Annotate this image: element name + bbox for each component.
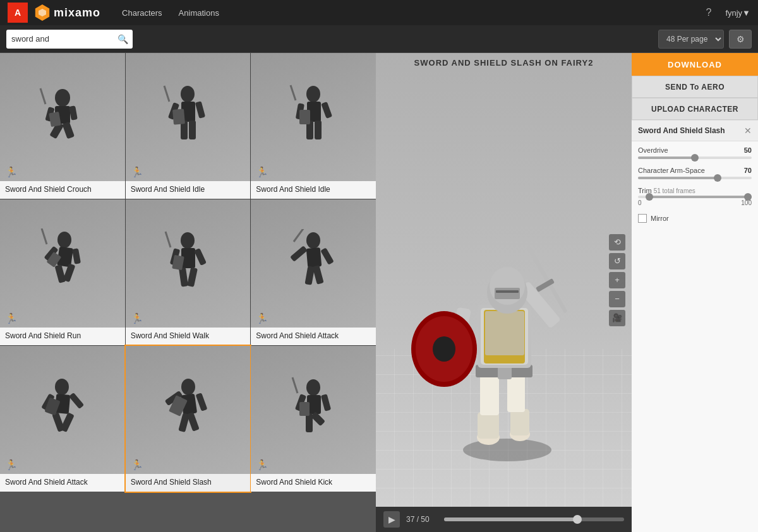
svg-point-25 xyxy=(57,232,71,248)
svg-rect-46 xyxy=(313,264,324,284)
animation-card-4[interactable]: 🏃 Sword And Shield Run xyxy=(0,199,125,345)
animation-thumb-1: 🏃 xyxy=(0,53,125,181)
svg-rect-43 xyxy=(290,245,308,262)
animation-card-8[interactable]: 🏃 Sword And Shield Slash xyxy=(126,346,251,492)
animation-thumb-3: 🏃 xyxy=(251,53,376,181)
animation-card-2[interactable]: 🏃 Sword And Shield Idle xyxy=(126,53,251,199)
viewport-title: SWORD AND SHIELD SLASH ON FAIRY2 xyxy=(414,58,594,68)
animation-card-1[interactable]: 🏃 Sword And Shield Crouch xyxy=(0,53,125,199)
animation-card-9[interactable]: 🏃 Sword And Shield Kick xyxy=(251,346,376,492)
help-icon[interactable]: ? xyxy=(706,7,711,18)
knight-figure-2 xyxy=(159,83,216,152)
knight-figure-1 xyxy=(34,82,91,151)
overdrive-label: Overdrive xyxy=(638,146,668,154)
animation-card-3[interactable]: 🏃 Sword And Shield Idle xyxy=(251,53,376,199)
svg-rect-75 xyxy=(480,374,499,415)
svg-point-62 xyxy=(306,379,320,396)
svg-line-68 xyxy=(292,377,298,393)
trim-slider-track[interactable] xyxy=(638,196,752,198)
timeline-thumb[interactable] xyxy=(573,515,582,524)
download-button[interactable]: DOWNLOAD xyxy=(632,53,758,76)
trim-param: Trim 51 total frames 0 100 xyxy=(632,182,758,209)
arm-space-slider-track[interactable] xyxy=(638,177,752,179)
svg-rect-37 xyxy=(179,267,188,287)
svg-rect-38 xyxy=(187,267,198,287)
search-input[interactable] xyxy=(11,34,117,44)
svg-rect-51 xyxy=(69,393,84,409)
timeline-fill xyxy=(444,517,577,521)
run-icon-5: 🏃 xyxy=(131,312,143,324)
svg-rect-93 xyxy=(496,290,519,293)
trim-left-thumb[interactable] xyxy=(646,193,653,201)
animation-card-6[interactable]: 🏃 Sword And Shield Attack xyxy=(251,199,376,345)
animation-panel-header: Sword And Shield Slash ✕ xyxy=(632,121,758,141)
animation-card-7[interactable]: 🏃 Sword And Shield Attack xyxy=(0,346,125,492)
svg-line-47 xyxy=(294,229,304,242)
3d-viewport[interactable]: SWORD AND SHIELD SLASH ON FAIRY2 xyxy=(376,53,632,507)
user-menu[interactable]: fynjy▼ xyxy=(725,8,750,18)
animation-panel-title: Sword And Shield Slash xyxy=(638,126,725,135)
animation-thumb-7: 🏃 xyxy=(0,346,125,474)
trim-frames: 51 total frames xyxy=(654,187,695,194)
animation-label-1: Sword And Shield Crouch xyxy=(0,181,125,199)
trim-right-thumb[interactable] xyxy=(744,193,752,201)
trim-fill xyxy=(649,196,752,198)
knight-figure-8 xyxy=(159,375,216,445)
arm-space-label: Character Arm-Space xyxy=(638,167,705,174)
nav-characters[interactable]: Characters xyxy=(117,8,167,18)
overdrive-value: 50 xyxy=(744,146,752,154)
svg-rect-65 xyxy=(321,394,331,411)
overdrive-thumb[interactable] xyxy=(691,154,699,162)
knight-figure-3 xyxy=(285,83,342,152)
play-button[interactable]: ▶ xyxy=(383,511,400,528)
run-icon-7: 🏃 xyxy=(5,459,18,471)
reset-icon[interactable]: ↺ xyxy=(609,253,625,269)
svg-rect-29 xyxy=(54,264,66,283)
svg-line-15 xyxy=(164,86,169,102)
viewport-panel: SWORD AND SHIELD SLASH ON FAIRY2 xyxy=(376,53,632,532)
arm-space-value: 70 xyxy=(744,167,752,174)
send-to-aero-button[interactable]: SEND To AERO xyxy=(632,76,758,98)
overdrive-slider-track[interactable] xyxy=(638,157,752,159)
camera-icon[interactable]: ⟲ xyxy=(609,234,625,251)
animation-card-5[interactable]: 🏃 Sword And Shield Walk xyxy=(126,199,251,345)
arm-space-label-row: Character Arm-Space 70 xyxy=(638,167,752,174)
arm-space-param: Character Arm-Space 70 xyxy=(632,162,758,182)
knight-figure-4 xyxy=(34,228,91,298)
svg-rect-92 xyxy=(495,288,520,299)
settings-button[interactable]: ⚙ xyxy=(729,30,752,49)
close-icon[interactable]: ✕ xyxy=(744,126,752,136)
video-icon[interactable]: 🎥 xyxy=(609,310,625,326)
mirror-label: Mirror xyxy=(651,215,669,222)
knight-figure-6 xyxy=(285,229,342,299)
svg-rect-24 xyxy=(299,110,310,124)
timeline-track[interactable] xyxy=(444,517,624,521)
zoom-out-icon[interactable]: − xyxy=(609,291,625,307)
per-page-select[interactable]: 48 Per page xyxy=(658,30,724,49)
svg-rect-82 xyxy=(485,311,524,355)
animation-thumb-2: 🏃 xyxy=(126,53,251,181)
nav-animations[interactable]: Animations xyxy=(174,8,224,18)
zoom-fit-icon[interactable]: + xyxy=(609,272,625,288)
frame-counter: 37 / 50 xyxy=(406,515,438,524)
mixamo-logo: mixamo xyxy=(34,4,100,21)
svg-point-9 xyxy=(181,86,195,102)
run-icon-1: 🏃 xyxy=(5,166,18,178)
svg-line-7 xyxy=(40,88,45,104)
svg-line-39 xyxy=(165,232,171,247)
overdrive-fill xyxy=(638,157,695,159)
svg-rect-53 xyxy=(60,413,75,433)
upload-character-button[interactable]: UPLOAD CHARACTER xyxy=(632,98,758,120)
character-3d-view xyxy=(409,204,599,469)
mirror-param: Mirror xyxy=(632,209,758,228)
animation-thumb-4: 🏃 xyxy=(0,199,125,328)
mixamo-text[interactable]: mixamo xyxy=(54,6,100,20)
search-icon[interactable]: 🔍 xyxy=(117,34,128,44)
svg-rect-58 xyxy=(196,393,208,411)
animation-thumb-5: 🏃 xyxy=(126,199,251,328)
run-icon-4: 🏃 xyxy=(5,312,18,324)
arm-space-thumb[interactable] xyxy=(714,174,721,182)
trim-range-labels: 0 100 xyxy=(638,199,752,206)
mirror-checkbox[interactable] xyxy=(638,214,647,223)
svg-rect-73 xyxy=(478,412,499,439)
